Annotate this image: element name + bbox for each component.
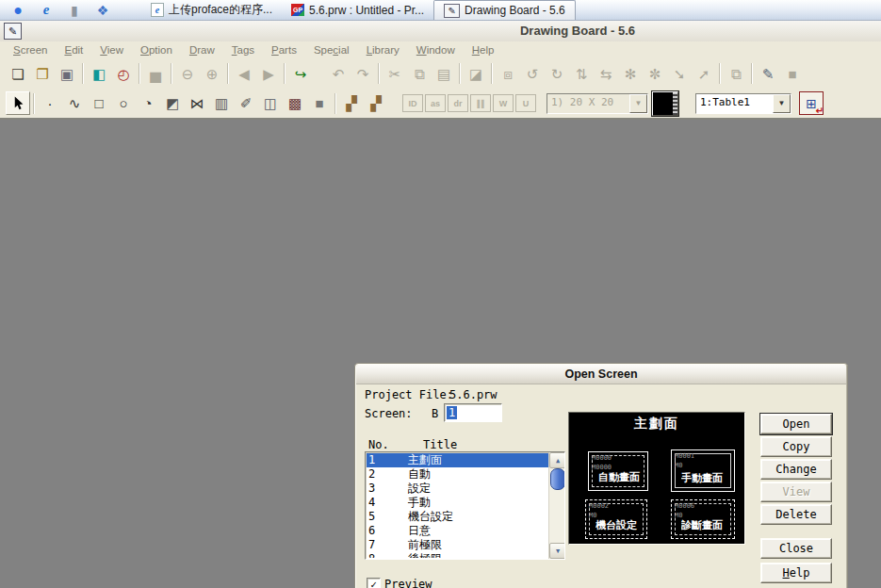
list-item[interactable]: 7前極限	[367, 538, 548, 552]
list-col-title: Title	[423, 438, 457, 451]
menu-option[interactable]: Option	[133, 43, 180, 57]
alarm-clock-icon[interactable]: ◴	[111, 62, 136, 86]
redo-icon: ↷	[351, 62, 375, 86]
list-item[interactable]: 4手動	[367, 496, 548, 510]
list-item-title: 設定	[408, 482, 548, 496]
drawing-board-app-icon: ✎	[4, 23, 22, 40]
prev-screen-icon: ◀	[232, 62, 256, 86]
list-scrollbar[interactable]: ▲ ▼	[548, 452, 564, 559]
paste-icon: ▤	[432, 62, 456, 86]
preview-screen-button: M0000M0000自動畫面	[588, 451, 648, 491]
list-item[interactable]: 8後極限	[367, 552, 548, 558]
menu-tags[interactable]: Tags	[224, 43, 262, 57]
menu-view[interactable]: View	[92, 43, 131, 57]
screen-number-input[interactable]: 1	[444, 403, 502, 422]
exit-door-icon[interactable]: ↪	[288, 62, 313, 86]
preview-address-label: M0001	[675, 453, 694, 460]
red-arrow-icon: ↵	[816, 106, 824, 116]
chevron-down-icon[interactable]: ▼	[773, 94, 791, 113]
tab-drawing-board[interactable]: ✎Drawing Board - 5.6	[433, 0, 576, 20]
list-col-no: No.	[368, 438, 389, 451]
order-back-icon: ➚	[692, 62, 716, 86]
list-item[interactable]: 6日意	[367, 524, 548, 538]
preview-address-label: M0000	[592, 455, 612, 462]
menu-help[interactable]: Help	[465, 43, 502, 57]
list-item-title: 後極限	[408, 552, 548, 558]
rectangle-tool-icon[interactable]: □	[87, 91, 111, 115]
airbrush-tool-icon[interactable]: ✐	[234, 91, 258, 115]
menu-window[interactable]: Window	[409, 43, 463, 57]
pda-icon[interactable]: ▮	[66, 2, 83, 19]
tag-id-icon: ID	[402, 94, 423, 112]
menu-screen[interactable]: Screen	[6, 43, 55, 57]
list-item[interactable]: 3設定	[367, 482, 548, 496]
open-screen-dialog: Open Screen Project File: 5.6.prw Screen…	[354, 363, 848, 588]
scroll-down-icon[interactable]: ▼	[549, 543, 565, 559]
stamp-1-icon[interactable]: ▞	[339, 91, 364, 115]
menu-special[interactable]: Special	[306, 43, 357, 57]
color-preview-button[interactable]	[652, 91, 678, 116]
scroll-up-icon[interactable]: ▲	[549, 452, 565, 468]
filled-rect-tool-icon[interactable]: ■	[307, 91, 332, 115]
load-screen-tool-icon[interactable]: ◫	[258, 91, 283, 115]
preview-address-label: M0	[675, 463, 682, 469]
load-mark-tool-icon[interactable]: ▩	[283, 91, 307, 115]
menu-parts[interactable]: Parts	[264, 43, 304, 57]
scrollbar-thumb[interactable]	[550, 468, 565, 490]
toolbar-main: ❏❐▣◧◴▅⊖⊕◀▶↪↶↷✂⧉▤◪⧈↺↻⇅⇆✻✼➘➚⧉✎■	[0, 58, 881, 90]
menu-draw[interactable]: Draw	[182, 43, 222, 57]
close-button[interactable]: Close	[760, 538, 832, 559]
point-tool-icon[interactable]: ·	[38, 91, 62, 115]
polygon-tool-icon[interactable]: ⋈	[185, 91, 209, 115]
table-combo[interactable]: 1:Table1 ▼	[695, 93, 791, 114]
list-item[interactable]: 5機台設定	[367, 510, 548, 524]
tag-dr-icon: dr	[448, 94, 468, 112]
new-file-icon[interactable]: ❏	[6, 62, 30, 86]
preview-button-text: 診斷畫面	[681, 518, 733, 532]
check-pen-icon[interactable]: ✎	[756, 62, 780, 86]
application-window: ●e▮❖ e上传proface的程序...GP5.6.prw : Untitle…	[0, 0, 881, 588]
list-item[interactable]: 1主劃面	[367, 453, 548, 467]
list-item[interactable]: 2自動	[367, 467, 548, 482]
copy-button[interactable]: Copy	[760, 436, 832, 457]
help-button[interactable]: Help	[760, 563, 832, 583]
stamp-2-icon[interactable]: ▞	[364, 91, 388, 115]
window-titlebar[interactable]: ✎ Drawing Board - 5.6	[0, 21, 881, 42]
arc-pie-tool-icon[interactable]: ◔	[136, 91, 160, 115]
dialog-titlebar[interactable]: Open Screen	[356, 365, 846, 384]
flip-horizontal-icon: ⇆	[594, 62, 618, 86]
scale-tool-icon[interactable]: ▥	[209, 91, 234, 115]
apple-icon[interactable]: ●	[9, 2, 26, 19]
menu-edit[interactable]: Edit	[57, 43, 90, 57]
toolbar-separator	[139, 63, 140, 84]
pointer-tool-icon[interactable]	[6, 91, 30, 115]
open-file-icon[interactable]: ❐	[30, 62, 55, 86]
web-window-icon[interactable]: ❖	[94, 2, 111, 19]
undo-icon: ↶	[326, 62, 351, 86]
tab-upload-proface[interactable]: e上传proface的程序...	[141, 1, 282, 20]
screen-transfer-icon[interactable]: ◧	[87, 62, 111, 86]
ie-icon[interactable]: e	[38, 2, 55, 19]
change-button[interactable]: Change	[760, 459, 832, 480]
table-combo-value: 1:Table1	[696, 94, 773, 113]
view-button: View	[760, 482, 832, 502]
preview-checkbox[interactable]: ✓	[367, 578, 381, 588]
open-button[interactable]: Open	[760, 414, 832, 434]
pen-size-combo: 1) 20 X 20 ▼	[547, 93, 648, 114]
tag-bars-icon: ∥∥	[470, 94, 491, 112]
menu-library[interactable]: Library	[359, 43, 407, 57]
table-editor-button[interactable]: ⊞ ↵	[799, 91, 824, 115]
chevron-down-icon: ▼	[629, 94, 647, 113]
polyline-tool-icon[interactable]: ∿	[62, 91, 87, 115]
ellipse-tool-icon[interactable]: ○	[111, 91, 136, 115]
tab-project-manager[interactable]: GP5.6.prw : Untitled - Pr...	[282, 1, 433, 20]
fill-tool-icon[interactable]: ◩	[160, 91, 185, 115]
screen-list-rows: 1主劃面2自動3設定4手動5機台設定6日意7前極限8後極限	[367, 453, 548, 558]
list-item-title: 手動	[408, 496, 548, 510]
gp-icon: GP	[291, 4, 304, 16]
taskbar-dock-icons: ●e▮❖	[0, 2, 141, 19]
delete-button[interactable]: Delete	[760, 504, 832, 525]
list-item-title: 自動	[408, 467, 548, 482]
list-item-title: 主劃面	[408, 453, 548, 467]
save-icon[interactable]: ▣	[55, 62, 79, 86]
